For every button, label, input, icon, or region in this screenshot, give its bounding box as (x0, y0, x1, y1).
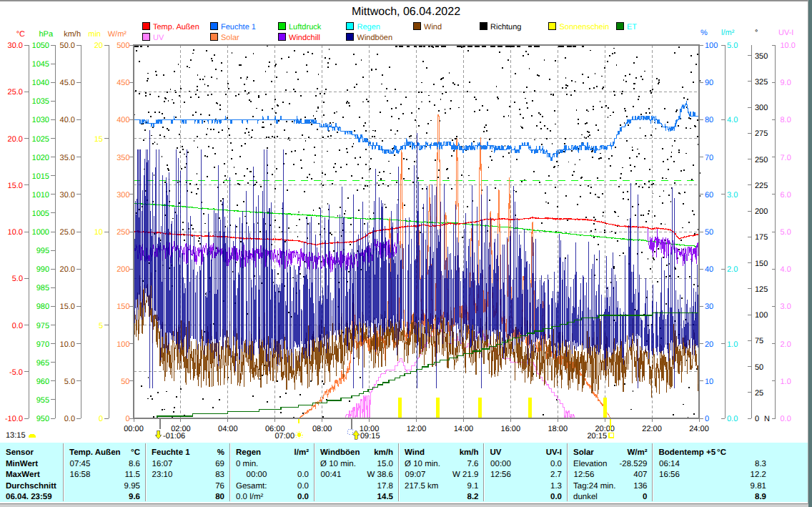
svg-text:07:45: 07:45 (70, 460, 91, 468)
svg-text:7.0: 7.0 (781, 154, 791, 162)
svg-text:20: 20 (94, 41, 103, 50)
svg-text:22:00: 22:00 (642, 425, 662, 433)
svg-text:-01:06: -01:06 (163, 432, 185, 440)
svg-text:0: 0 (643, 493, 647, 501)
svg-text:W/m²: W/m² (627, 448, 647, 457)
svg-text:-10.0: -10.0 (5, 415, 23, 423)
svg-text:14.5: 14.5 (377, 493, 394, 501)
svg-text:Feuchte 1: Feuchte 1 (152, 448, 190, 457)
svg-text:16:58: 16:58 (70, 471, 91, 479)
svg-text:40.0: 40.0 (60, 116, 75, 124)
svg-text:12:56: 12:56 (490, 471, 511, 479)
svg-text:70: 70 (705, 154, 713, 162)
svg-text:250: 250 (117, 228, 129, 237)
svg-text:00:00: 00:00 (247, 471, 267, 479)
svg-text:0.0: 0.0 (297, 471, 309, 479)
svg-text:15.0: 15.0 (60, 302, 75, 311)
svg-text:0: 0 (755, 415, 759, 423)
svg-text:9.6: 9.6 (129, 493, 140, 501)
svg-text:4.0: 4.0 (781, 265, 791, 274)
svg-text:Durchschnitt: Durchschnitt (6, 482, 56, 491)
svg-text:1020: 1020 (32, 154, 49, 162)
svg-text:16:00: 16:00 (501, 425, 521, 433)
svg-text:Sensor: Sensor (6, 448, 34, 457)
svg-text:3.0: 3.0 (781, 302, 791, 311)
svg-text:Temp. Außen: Temp. Außen (153, 23, 199, 31)
svg-text:0: 0 (125, 415, 129, 423)
svg-text:1.0: 1.0 (727, 340, 738, 349)
svg-text:12.2: 12.2 (751, 471, 766, 479)
svg-text:UV-I: UV-I (778, 29, 793, 37)
svg-text:-28.529: -28.529 (619, 460, 647, 468)
svg-text:60: 60 (705, 191, 713, 200)
svg-text:MinWert: MinWert (6, 460, 38, 468)
svg-text:50.0: 50.0 (60, 41, 75, 50)
svg-text:955: 955 (36, 396, 49, 405)
svg-text:0.0: 0.0 (781, 415, 791, 423)
svg-text:min: min (88, 30, 101, 39)
svg-text:11.5: 11.5 (124, 471, 140, 479)
svg-text:0: 0 (705, 415, 709, 423)
svg-text:9.1: 9.1 (467, 482, 479, 491)
svg-text:1030: 1030 (32, 116, 49, 124)
svg-text:1010: 1010 (32, 191, 49, 200)
svg-text:Windböen: Windböen (320, 448, 360, 457)
svg-text:04:00: 04:00 (218, 425, 238, 433)
svg-text:0.0: 0.0 (297, 482, 309, 491)
svg-text:W 21.9: W 21.9 (452, 471, 478, 479)
svg-text:°C: °C (16, 30, 25, 39)
svg-text:UV: UV (153, 34, 164, 42)
svg-text:20.0: 20.0 (8, 135, 23, 144)
svg-text:UV: UV (490, 448, 502, 457)
svg-text:ET: ET (627, 23, 637, 31)
svg-text:250: 250 (755, 156, 768, 164)
svg-text:1035: 1035 (32, 97, 49, 106)
svg-text:0 min.: 0 min. (236, 460, 258, 468)
svg-text:5.0: 5.0 (64, 378, 75, 386)
svg-text:76: 76 (215, 482, 224, 491)
svg-text:W 38.6: W 38.6 (367, 471, 393, 479)
svg-text:15.0: 15.0 (377, 460, 393, 468)
svg-text:30.0: 30.0 (8, 41, 23, 50)
svg-text:995: 995 (36, 247, 49, 255)
svg-text:25: 25 (755, 389, 763, 398)
svg-text:10.0: 10.0 (60, 340, 75, 349)
svg-text:9.81: 9.81 (751, 482, 766, 491)
svg-text:MaxWert: MaxWert (6, 471, 40, 479)
svg-text:0.0: 0.0 (550, 460, 562, 468)
svg-text:300: 300 (755, 104, 768, 112)
svg-text:0: 0 (99, 415, 103, 423)
svg-text:8.3: 8.3 (755, 460, 766, 468)
svg-text:Sonnenschein: Sonnenschein (560, 23, 610, 31)
svg-text:17.8: 17.8 (377, 482, 393, 491)
svg-text:5.0: 5.0 (12, 275, 23, 283)
svg-text:km/h: km/h (460, 448, 479, 457)
svg-text:8.9: 8.9 (755, 493, 766, 501)
svg-text:Regen: Regen (236, 448, 261, 457)
svg-text:50: 50 (755, 363, 763, 372)
svg-text:W/m²: W/m² (108, 30, 127, 39)
svg-text:985: 985 (36, 284, 49, 292)
svg-text:l/m²: l/m² (294, 448, 310, 457)
svg-text:90: 90 (705, 79, 713, 87)
svg-text:Windchill: Windchill (289, 34, 320, 42)
svg-text:°C: °C (717, 448, 726, 457)
svg-text:Wind: Wind (405, 448, 425, 457)
svg-text:23:10: 23:10 (152, 471, 173, 479)
svg-text:00:00: 00:00 (490, 460, 511, 468)
svg-text:0.0 l/m²: 0.0 l/m² (236, 493, 264, 501)
svg-text:980: 980 (36, 302, 49, 311)
svg-text:%: % (217, 448, 224, 457)
svg-text:18:00: 18:00 (548, 425, 568, 433)
svg-text:00:41: 00:41 (321, 471, 342, 479)
svg-text:8.0: 8.0 (781, 116, 791, 124)
svg-text:N: N (764, 415, 770, 423)
svg-text:07:00: 07:00 (274, 432, 294, 440)
svg-text:10.0: 10.0 (781, 41, 796, 50)
svg-text:13:15: 13:15 (6, 431, 26, 440)
svg-text:5: 5 (99, 322, 103, 330)
svg-text:°: ° (755, 29, 758, 37)
svg-text:300: 300 (117, 191, 129, 200)
svg-text:Richtung: Richtung (490, 23, 521, 31)
svg-text:°C: °C (131, 448, 140, 457)
